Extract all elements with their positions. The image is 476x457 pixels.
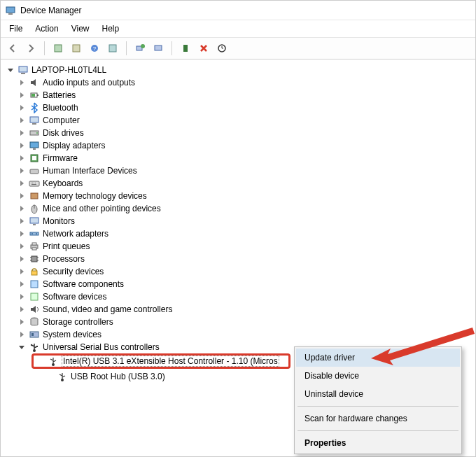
svg-rect-52 [30, 332, 38, 337]
chevron-right-icon[interactable] [18, 116, 26, 125]
chevron-down-icon[interactable] [18, 343, 26, 351]
category-row[interactable]: Storage controllers [4, 316, 472, 328]
selected-device-row[interactable]: Intel(R) USB 3.1 eXtensible Host Control… [31, 353, 290, 369]
category-row[interactable]: Firmware [4, 152, 472, 164]
context-menu-separator [298, 406, 458, 407]
computer-icon [29, 115, 40, 126]
chevron-right-icon[interactable] [18, 129, 26, 137]
system-icon [29, 329, 40, 340]
svg-rect-3 [73, 45, 80, 52]
chevron-right-icon[interactable] [18, 242, 26, 251]
device-toolbar-icon[interactable] [178, 41, 193, 56]
chevron-right-icon[interactable] [18, 267, 26, 276]
chevron-right-icon[interactable] [18, 141, 26, 150]
svg-rect-25 [30, 169, 38, 174]
category-row[interactable]: Audio inputs and outputs [4, 76, 472, 89]
ctx-properties[interactable]: Properties [296, 434, 460, 452]
category-row[interactable]: Human Interface Devices [4, 164, 472, 177]
ctx-uninstall-device[interactable]: Uninstall device [296, 385, 460, 403]
category-row[interactable]: System devices [4, 328, 472, 341]
category-row[interactable]: Processors [4, 253, 472, 265]
chevron-right-icon[interactable] [18, 104, 26, 112]
category-row[interactable]: Batteries [4, 89, 472, 101]
device-label-selected: Intel(R) USB 3.1 eXtensible Host Control… [62, 356, 279, 367]
hid-icon [29, 165, 40, 176]
category-row[interactable]: Disk drives [4, 127, 472, 139]
svg-rect-36 [33, 224, 36, 225]
chevron-right-icon[interactable] [18, 217, 26, 225]
app-icon [5, 5, 16, 16]
chevron-down-icon[interactable] [6, 66, 15, 74]
svg-point-20 [36, 132, 38, 134]
chevron-right-icon[interactable] [18, 192, 26, 200]
category-label: Audio inputs and outputs [43, 78, 135, 87]
category-label: Firmware [43, 153, 78, 163]
toolbar-separator [126, 41, 127, 55]
window-title: Device Manager [20, 6, 81, 15]
help-toolbar-icon[interactable]: ? [87, 41, 102, 56]
menu-file[interactable]: File [4, 22, 28, 36]
chevron-right-icon[interactable] [18, 305, 26, 314]
menu-action[interactable]: Action [29, 22, 64, 36]
svg-rect-21 [30, 142, 38, 148]
chevron-right-icon[interactable] [18, 330, 26, 339]
ctx-scan-hardware[interactable]: Scan for hardware changes [296, 409, 460, 428]
category-row[interactable]: Software devices [4, 290, 472, 303]
category-row[interactable]: Security devices [4, 265, 472, 278]
category-label: Processors [43, 254, 85, 264]
chevron-right-icon[interactable] [18, 318, 26, 326]
chevron-right-icon[interactable] [18, 293, 26, 301]
uninstall-toolbar-icon[interactable] [196, 41, 211, 56]
no-chevron [36, 357, 45, 365]
menubar: File Action View Help [1, 20, 475, 38]
chevron-right-icon[interactable] [18, 204, 26, 213]
category-row[interactable]: Keyboards [4, 177, 472, 190]
mouse-icon [29, 203, 40, 214]
scan-hardware-toolbar-icon[interactable] [214, 41, 230, 56]
category-row[interactable]: Software components [4, 278, 472, 290]
chevron-right-icon[interactable] [18, 78, 26, 87]
bluetooth-icon [29, 102, 40, 113]
category-row[interactable]: Mice and other pointing devices [4, 202, 472, 215]
properties-toolbar-icon[interactable] [69, 41, 84, 56]
back-icon[interactable] [5, 41, 20, 56]
category-row[interactable]: Display adapters [4, 139, 472, 152]
category-row[interactable]: Bluetooth [4, 101, 472, 114]
ctx-update-driver[interactable]: Update driver [296, 349, 460, 367]
monitor-toolbar-icon[interactable] [150, 41, 166, 56]
ctx-disable-device[interactable]: Disable device [296, 367, 460, 385]
chevron-right-icon[interactable] [18, 280, 26, 288]
chevron-right-icon[interactable] [18, 167, 26, 175]
category-row[interactable]: Print queues [4, 240, 472, 253]
toolbar-separator [172, 41, 172, 55]
menu-help[interactable]: Help [97, 22, 125, 36]
titlebar: Device Manager [1, 1, 475, 20]
category-row[interactable]: Memory technology devices [4, 190, 472, 202]
category-row[interactable]: Computer [4, 114, 472, 127]
chevron-right-icon[interactable] [18, 154, 26, 162]
category-label: Computer [43, 115, 80, 125]
svg-text:?: ? [93, 45, 97, 52]
svg-rect-17 [30, 117, 38, 122]
category-label: Keyboards [43, 178, 83, 188]
update-driver-toolbar-icon[interactable] [132, 41, 148, 56]
svg-rect-26 [29, 181, 39, 186]
network-icon [29, 228, 40, 239]
chevron-right-icon[interactable] [18, 230, 26, 238]
svg-rect-48 [31, 271, 37, 275]
root-node[interactable]: LAPTOP-HL0TL4LL [4, 64, 472, 76]
category-row[interactable]: Monitors [4, 215, 472, 227]
category-label: Print queues [43, 241, 90, 251]
category-row[interactable]: Network adapters [4, 227, 472, 240]
chevron-right-icon[interactable] [18, 255, 26, 263]
chevron-right-icon[interactable] [18, 91, 26, 99]
category-row[interactable]: Sound, video and game controllers [4, 303, 472, 316]
show-hidden-icon[interactable] [50, 41, 66, 56]
sound-icon [29, 304, 40, 315]
forward-icon[interactable] [23, 41, 38, 56]
chevron-right-icon[interactable] [18, 179, 26, 188]
menu-view[interactable]: View [66, 22, 95, 36]
storage-icon [29, 316, 40, 328]
svg-rect-28 [32, 183, 33, 183]
refresh-toolbar-icon[interactable] [105, 41, 120, 56]
